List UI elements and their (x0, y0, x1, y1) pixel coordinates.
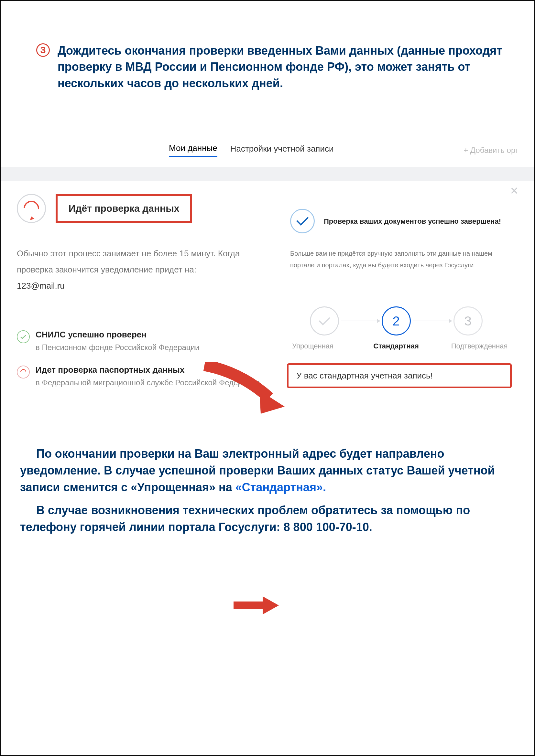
spinner-small-icon (17, 365, 30, 378)
account-status-box: У вас стандартная учетная запись! (287, 363, 512, 388)
checking-title-box: Идёт проверка данных (56, 194, 192, 223)
arrow-right-icon (341, 321, 380, 321)
divider-bar (1, 167, 534, 181)
close-icon[interactable]: × (510, 183, 518, 199)
step-instruction: Дождитесь окончания проверки введенных В… (58, 43, 521, 92)
tab-account-settings[interactable]: Настройки учетной записи (230, 144, 334, 156)
step-number-badge: 3 (36, 43, 50, 57)
snils-sub: в Пенсионном фонде Российской Федерации (36, 342, 199, 353)
add-organization-link[interactable]: + Добавить орг (464, 146, 518, 155)
success-check-icon (290, 209, 315, 233)
snils-title: СНИЛС успешно проверен (36, 330, 199, 340)
svg-marker-2 (263, 596, 279, 614)
notification-email: 123@mail.ru (17, 281, 261, 291)
arrow-icon (234, 596, 279, 614)
checking-description: Обычно этот процесс занимает не более 15… (17, 246, 261, 278)
svg-rect-1 (234, 602, 263, 609)
step-2-circle: 2 (382, 307, 411, 336)
spinner-icon (17, 194, 46, 223)
checking-card: Идёт проверка данных (17, 194, 261, 223)
tab-my-data[interactable]: Мои данные (169, 143, 217, 157)
bottom-paragraph: По окончании проверки на Ваш электронный… (14, 446, 521, 536)
hotline-phone: Госуслуги: 8 800 100-70-10. (219, 520, 372, 534)
label-standard: Стандартная (367, 342, 425, 350)
check-icon (17, 330, 30, 343)
step-header: 3 Дождитесь окончания проверки введенных… (14, 43, 521, 92)
success-row: Проверка ваших документов успешно заверш… (274, 209, 518, 233)
success-title: Проверка ваших документов успешно заверш… (324, 216, 501, 227)
standard-emphasis: «Стандартная». (236, 481, 326, 494)
account-level-steps: 2 3 (274, 307, 518, 336)
step-labels: Упрощенная Стандартная Подтвержденная (274, 342, 518, 350)
tabs-row: Мои данные Настройки учетной записи + До… (14, 143, 521, 157)
step-1-done-icon (310, 307, 339, 336)
label-confirmed: Подтвержденная (450, 342, 508, 350)
label-simplified: Упрощенная (284, 342, 342, 350)
arrow-icon (201, 362, 285, 414)
success-description: Больше вам не придётся вручную заполнять… (274, 248, 518, 271)
step-3-circle: 3 (454, 307, 483, 336)
arrow-right-icon (413, 321, 452, 321)
snils-check-row: СНИЛС успешно проверен в Пенсионном фонд… (17, 330, 261, 353)
